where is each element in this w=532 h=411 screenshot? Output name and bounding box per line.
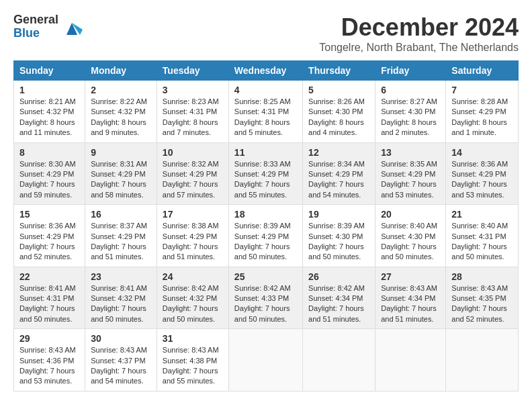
daylight-text: Daylight: 7 hours and 51 minutes. — [381, 304, 437, 322]
daylight-text: Daylight: 8 hours and 11 minutes. — [19, 118, 75, 136]
sunset-text: Sunset: 4:29 PM — [19, 232, 74, 240]
sunset-text: Sunset: 4:31 PM — [451, 232, 506, 240]
calendar-cell: 3Sunrise: 8:23 AMSunset: 4:31 PMDaylight… — [157, 81, 228, 143]
calendar-cell: 9Sunrise: 8:31 AMSunset: 4:29 PMDaylight… — [85, 142, 157, 205]
sunset-text: Sunset: 4:30 PM — [381, 232, 435, 240]
week-row-3: 15Sunrise: 8:36 AMSunset: 4:29 PMDayligh… — [14, 205, 519, 267]
sunset-text: Sunset: 4:29 PM — [308, 170, 363, 178]
calendar-cell: 8Sunrise: 8:30 AMSunset: 4:29 PMDaylight… — [14, 142, 85, 205]
header-tuesday: Tuesday — [157, 61, 228, 81]
sunrise-text: Sunrise: 8:43 AM — [451, 284, 508, 292]
day-number: 9 — [91, 147, 151, 158]
calendar-cell: 17Sunrise: 8:38 AMSunset: 4:29 PMDayligh… — [157, 205, 228, 267]
daylight-text: Daylight: 7 hours and 50 minutes. — [451, 242, 507, 261]
logo-general: General — [13, 13, 58, 27]
day-number: 25 — [234, 271, 297, 282]
sunrise-text: Sunrise: 8:42 AM — [234, 284, 291, 292]
header-friday: Friday — [375, 61, 446, 81]
sunrise-text: Sunrise: 8:38 AM — [163, 222, 219, 230]
daylight-text: Daylight: 7 hours and 51 minutes. — [163, 242, 218, 261]
daylight-text: Daylight: 7 hours and 50 minutes. — [234, 242, 290, 261]
sunset-text: Sunset: 4:29 PM — [91, 232, 145, 240]
day-number: 29 — [19, 333, 79, 344]
sunrise-text: Sunrise: 8:36 AM — [19, 222, 76, 230]
day-number: 21 — [451, 209, 513, 220]
day-number: 11 — [234, 147, 297, 158]
day-number: 19 — [308, 209, 369, 220]
sunset-text: Sunset: 4:33 PM — [234, 294, 289, 302]
sunset-text: Sunset: 4:29 PM — [163, 232, 217, 240]
sunset-text: Sunset: 4:34 PM — [308, 294, 363, 302]
sunset-text: Sunset: 4:32 PM — [91, 107, 145, 116]
day-number: 2 — [91, 85, 151, 95]
calendar-cell: 25Sunrise: 8:42 AMSunset: 4:33 PMDayligh… — [228, 267, 302, 329]
week-row-5: 29Sunrise: 8:43 AMSunset: 4:36 PMDayligh… — [14, 329, 519, 392]
calendar-cell: 21Sunrise: 8:40 AMSunset: 4:31 PMDayligh… — [446, 205, 519, 267]
sunset-text: Sunset: 4:31 PM — [19, 294, 74, 302]
calendar-cell: 19Sunrise: 8:39 AMSunset: 4:30 PMDayligh… — [303, 205, 375, 267]
sunrise-text: Sunrise: 8:43 AM — [381, 284, 437, 292]
header-thursday: Thursday — [303, 61, 375, 81]
sunset-text: Sunset: 4:32 PM — [19, 107, 74, 116]
sunrise-text: Sunrise: 8:26 AM — [308, 97, 365, 105]
calendar-cell: 22Sunrise: 8:41 AMSunset: 4:31 PMDayligh… — [14, 267, 85, 329]
calendar-cell: 13Sunrise: 8:35 AMSunset: 4:29 PMDayligh… — [375, 142, 446, 205]
sunrise-text: Sunrise: 8:32 AM — [163, 160, 219, 168]
sunrise-text: Sunrise: 8:43 AM — [19, 346, 76, 354]
sunrise-text: Sunrise: 8:43 AM — [163, 346, 219, 354]
logo-blue: Blue — [13, 27, 58, 40]
day-number: 13 — [381, 147, 440, 158]
day-number: 8 — [19, 147, 79, 158]
daylight-text: Daylight: 8 hours and 9 minutes. — [91, 118, 146, 136]
sunrise-text: Sunrise: 8:41 AM — [91, 284, 147, 292]
header-monday: Monday — [85, 61, 157, 81]
calendar-cell: 24Sunrise: 8:42 AMSunset: 4:32 PMDayligh… — [157, 267, 228, 329]
daylight-text: Daylight: 8 hours and 1 minute. — [451, 118, 507, 136]
day-number: 22 — [19, 271, 79, 282]
daylight-text: Daylight: 7 hours and 55 minutes. — [163, 367, 218, 385]
sunset-text: Sunset: 4:29 PM — [91, 170, 145, 178]
calendar-cell: 11Sunrise: 8:33 AMSunset: 4:29 PMDayligh… — [228, 142, 302, 205]
sunrise-text: Sunrise: 8:40 AM — [451, 222, 508, 230]
calendar-cell: 5Sunrise: 8:26 AMSunset: 4:30 PMDaylight… — [303, 81, 375, 143]
svg-marker-0 — [66, 23, 77, 35]
calendar-cell — [303, 329, 375, 392]
daylight-text: Daylight: 7 hours and 50 minutes. — [234, 304, 290, 322]
day-number: 23 — [91, 271, 151, 282]
daylight-text: Daylight: 7 hours and 53 minutes. — [19, 367, 75, 385]
month-title: December 2024 — [319, 13, 519, 42]
sunrise-text: Sunrise: 8:39 AM — [308, 222, 365, 230]
header-row: SundayMondayTuesdayWednesdayThursdayFrid… — [14, 61, 519, 81]
daylight-text: Daylight: 8 hours and 2 minutes. — [381, 118, 437, 136]
location-subtitle: Tongelre, North Brabant, The Netherlands — [319, 42, 519, 54]
daylight-text: Daylight: 7 hours and 50 minutes. — [19, 304, 75, 322]
week-row-2: 8Sunrise: 8:30 AMSunset: 4:29 PMDaylight… — [14, 142, 519, 205]
day-number: 12 — [308, 147, 369, 158]
week-row-4: 22Sunrise: 8:41 AMSunset: 4:31 PMDayligh… — [14, 267, 519, 329]
day-number: 31 — [163, 333, 223, 344]
sunset-text: Sunset: 4:31 PM — [163, 107, 217, 116]
calendar-cell: 7Sunrise: 8:28 AMSunset: 4:29 PMDaylight… — [446, 81, 519, 143]
day-number: 7 — [451, 85, 513, 95]
day-number: 14 — [451, 147, 513, 158]
sunset-text: Sunset: 4:29 PM — [234, 232, 289, 240]
sunrise-text: Sunrise: 8:40 AM — [381, 222, 437, 230]
daylight-text: Daylight: 7 hours and 53 minutes. — [381, 180, 437, 198]
sunrise-text: Sunrise: 8:25 AM — [234, 97, 291, 105]
sunset-text: Sunset: 4:38 PM — [163, 357, 217, 365]
header-saturday: Saturday — [446, 61, 519, 81]
daylight-text: Daylight: 7 hours and 50 minutes. — [308, 242, 364, 261]
sunrise-text: Sunrise: 8:34 AM — [308, 160, 365, 168]
sunset-text: Sunset: 4:34 PM — [381, 294, 435, 302]
sunrise-text: Sunrise: 8:23 AM — [163, 97, 219, 105]
sunrise-text: Sunrise: 8:27 AM — [381, 97, 437, 105]
calendar-cell: 27Sunrise: 8:43 AMSunset: 4:34 PMDayligh… — [375, 267, 446, 329]
calendar-cell: 16Sunrise: 8:37 AMSunset: 4:29 PMDayligh… — [85, 205, 157, 267]
calendar-cell — [375, 329, 446, 392]
day-number: 5 — [308, 85, 369, 95]
daylight-text: Daylight: 7 hours and 57 minutes. — [163, 180, 218, 198]
calendar-cell: 29Sunrise: 8:43 AMSunset: 4:36 PMDayligh… — [14, 329, 85, 392]
daylight-text: Daylight: 7 hours and 52 minutes. — [19, 242, 75, 261]
logo-icon — [61, 16, 83, 38]
daylight-text: Daylight: 8 hours and 4 minutes. — [308, 118, 364, 136]
